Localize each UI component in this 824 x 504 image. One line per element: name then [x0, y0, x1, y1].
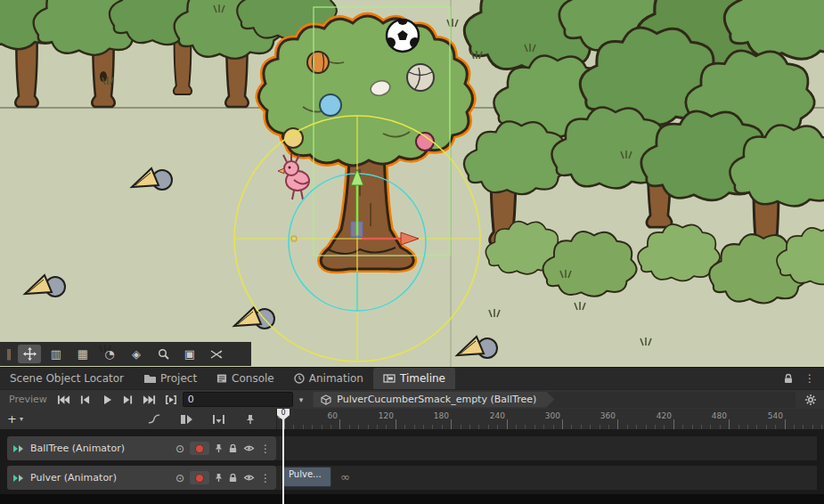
lock-icon[interactable] [783, 373, 794, 384]
blue-ball [320, 94, 341, 116]
record-button[interactable] [190, 442, 209, 455]
ruler-tick-label: 60 [328, 411, 338, 420]
track-mute-eye-icon[interactable] [243, 474, 255, 482]
playhead-line[interactable] [282, 409, 284, 504]
tab-timeline[interactable]: Timeline [373, 368, 455, 389]
right-forest-canopy [464, 0, 824, 207]
track-toolbar: + ▾ 0 60 120 180 240 300 360 420 480 540 [0, 409, 824, 429]
track-binding-icon[interactable]: ⊙ [175, 443, 184, 455]
playhead-frame-label: 0 [281, 409, 285, 420]
ruler-tick-label: 480 [712, 411, 727, 420]
track-row: BallTree (Animator) ⊙ ⋮ [0, 436, 824, 460]
record-button[interactable] [190, 471, 209, 484]
snap-tool-icon[interactable]: ◈ [125, 345, 148, 363]
ruler-tick-label: 180 [434, 411, 449, 420]
track-binding-icon[interactable]: ⊙ [175, 472, 184, 484]
animation-track-icon [12, 474, 25, 483]
curves-view-icon[interactable] [144, 411, 164, 427]
scene-tools-overlay: ‖ ▥ ▦ ◔ ◈ ▣ [0, 342, 251, 366]
play-range-icon[interactable] [161, 392, 181, 408]
scene-canvas[interactable] [0, 0, 824, 367]
pin-icon[interactable] [241, 411, 260, 427]
track-menu-icon[interactable]: ⋮ [260, 443, 271, 455]
panel-menu-icon[interactable]: ⋮ [804, 372, 815, 385]
layers-tool-icon[interactable]: ▣ [178, 345, 201, 363]
skip-end-icon[interactable] [140, 392, 159, 408]
tab-scene-object-locator[interactable]: Scene Object Locator [0, 368, 134, 389]
track-lock-icon[interactable] [228, 473, 238, 483]
clip-edit-mode-mix-icon[interactable] [176, 411, 196, 427]
move-tool-icon[interactable] [18, 345, 41, 363]
timeline-tracks: BallTree (Animator) ⊙ ⋮ Pulve... ∞ Pulve… [0, 429, 824, 494]
ruler-tick-label: 420 [657, 411, 672, 420]
tab-project[interactable]: Project [134, 368, 207, 389]
track-pin-icon[interactable] [215, 473, 223, 483]
preview-button[interactable]: Preview [4, 394, 53, 405]
console-icon [216, 373, 227, 384]
track-header-balltree[interactable]: BallTree (Animator) ⊙ ⋮ [7, 436, 276, 460]
gear-icon[interactable] [801, 392, 820, 408]
rails-tool-icon[interactable]: ▥ [45, 345, 68, 363]
track-label: Pulver (Animator) [30, 472, 117, 484]
drag-handle-icon[interactable]: ‖ [4, 345, 14, 363]
breadcrumb: PulverCucumberSmack_empty (BallTree) [313, 392, 795, 408]
volleyball [407, 64, 434, 91]
pumpkin [307, 52, 329, 73]
tab-animation[interactable]: Animation [284, 368, 373, 389]
add-track-caret-icon: ▾ [20, 415, 23, 423]
track-header-pulver[interactable]: Pulver (Animator) ⊙ ⋮ [7, 466, 276, 490]
record-dot-icon [195, 444, 204, 453]
play-icon[interactable] [97, 392, 117, 408]
panel-tab-bar: Scene Object Locator Project Console Ani… [0, 367, 824, 389]
skip-start-icon[interactable] [54, 392, 74, 408]
search-tool-icon[interactable] [151, 345, 175, 363]
record-dot-icon [195, 474, 204, 483]
track-row: Pulve... ∞ Pulver (Animator) ⊙ ⋮ [0, 466, 824, 490]
track-pin-icon[interactable] [215, 443, 223, 453]
orbit-tool-icon[interactable]: ◔ [98, 345, 121, 363]
ruler-tick-label: 240 [490, 411, 505, 420]
cube-icon [321, 394, 331, 405]
timeline-ruler[interactable]: 0 60 120 180 240 300 360 420 480 540 [276, 409, 824, 429]
clock-icon [294, 373, 305, 384]
clip-loop-infinity-icon: ∞ [340, 470, 350, 484]
ruler-tick-label: 360 [600, 411, 616, 420]
add-track-button[interactable]: + ▾ [7, 412, 23, 426]
track-content-balltree[interactable] [276, 436, 817, 460]
frame-field[interactable] [183, 392, 293, 407]
ruler-tick-label: 540 [768, 411, 783, 420]
shuffle-tool-icon[interactable] [205, 345, 228, 363]
timeline-icon [383, 373, 396, 384]
animation-track-icon [12, 444, 25, 453]
ruler-tick-label: 300 [545, 411, 560, 420]
next-frame-icon[interactable] [118, 392, 138, 408]
track-label: BallTree (Animator) [30, 443, 125, 454]
scene-view[interactable]: ‖ ▥ ▦ ◔ ◈ ▣ [0, 0, 824, 367]
ruler-tick-label: 120 [379, 411, 394, 420]
timeline-playbar: Preview ▾ PulverCucumberSmack_empty (Bal… [0, 389, 824, 409]
timeline-bottom-strip [0, 494, 824, 504]
prev-frame-icon[interactable] [76, 392, 95, 408]
clip-edit-mode-replace-icon[interactable] [208, 411, 228, 427]
breadcrumb-item[interactable]: PulverCucumberSmack_empty (BallTree) [313, 392, 554, 408]
track-mute-eye-icon[interactable] [243, 444, 255, 452]
track-content-pulver[interactable]: Pulve... ∞ [276, 466, 817, 490]
track-lock-icon[interactable] [228, 443, 238, 453]
animation-clip[interactable]: Pulve... [283, 467, 331, 487]
tab-console[interactable]: Console [207, 368, 284, 389]
track-menu-icon[interactable]: ⋮ [260, 472, 271, 484]
grid-tool-icon[interactable]: ▦ [71, 345, 94, 363]
unity-editor-window: ‖ ▥ ▦ ◔ ◈ ▣ Scene Object Locator Project [0, 0, 824, 504]
frame-options-caret-icon[interactable]: ▾ [295, 395, 308, 404]
folder-icon [143, 373, 156, 384]
